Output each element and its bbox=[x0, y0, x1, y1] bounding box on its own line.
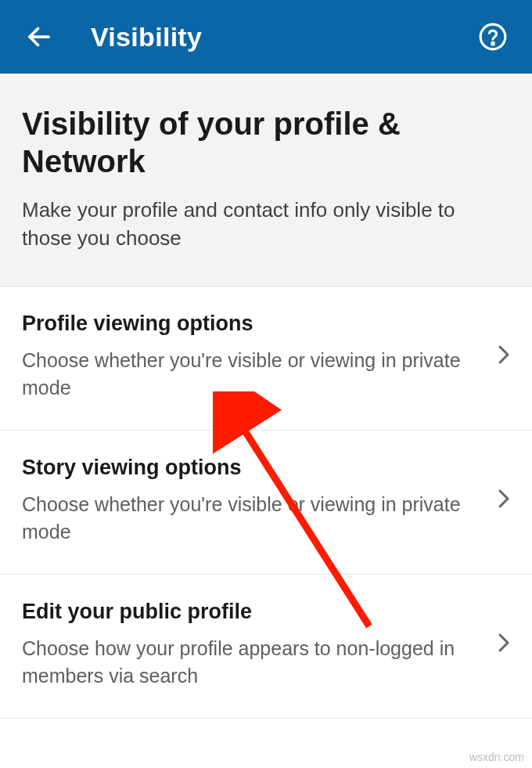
setting-content: Story viewing options Choose whether you… bbox=[22, 456, 498, 546]
page-title: Visibility bbox=[91, 22, 476, 52]
settings-list: Profile viewing options Choose whether y… bbox=[0, 287, 532, 719]
setting-content: Profile viewing options Choose whether y… bbox=[22, 312, 498, 402]
section-header: Visibility of your profile & Network Mak… bbox=[0, 74, 532, 287]
back-button[interactable] bbox=[22, 20, 56, 54]
chevron-right-icon bbox=[498, 488, 510, 513]
section-subtitle: Make your profile and contact info only … bbox=[22, 196, 510, 253]
setting-description: Choose whether you're visible or viewing… bbox=[22, 347, 485, 402]
setting-story-viewing[interactable]: Story viewing options Choose whether you… bbox=[0, 431, 532, 575]
setting-title: Edit your public profile bbox=[22, 600, 485, 624]
setting-content: Edit your public profile Choose how your… bbox=[22, 600, 498, 690]
setting-title: Profile viewing options bbox=[22, 312, 485, 336]
setting-public-profile[interactable]: Edit your public profile Choose how your… bbox=[0, 575, 532, 719]
watermark: wsxdn.com bbox=[469, 751, 524, 763]
svg-point-2 bbox=[492, 42, 494, 45]
chevron-right-icon bbox=[498, 344, 510, 369]
setting-description: Choose how your profile appears to non-l… bbox=[22, 635, 485, 690]
help-button[interactable] bbox=[476, 20, 510, 54]
setting-profile-viewing[interactable]: Profile viewing options Choose whether y… bbox=[0, 287, 532, 431]
section-title: Visibility of your profile & Network bbox=[22, 105, 510, 180]
setting-description: Choose whether you're visible or viewing… bbox=[22, 491, 485, 546]
setting-title: Story viewing options bbox=[22, 456, 485, 480]
back-arrow-icon bbox=[25, 23, 53, 51]
chevron-right-icon bbox=[498, 632, 510, 657]
app-header: Visibility bbox=[0, 0, 532, 74]
help-icon bbox=[478, 22, 508, 52]
